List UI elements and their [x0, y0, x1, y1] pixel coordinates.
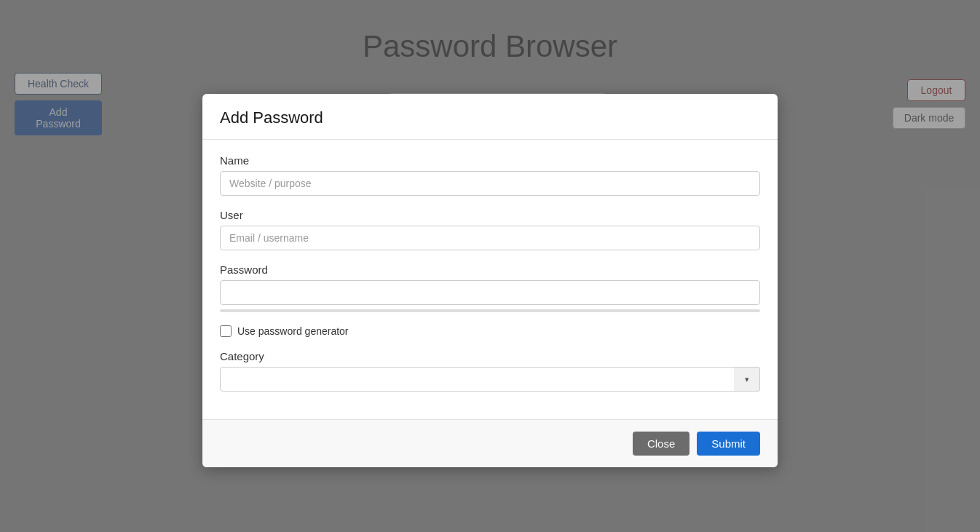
use-generator-row: Use password generator [220, 325, 760, 337]
password-input[interactable] [220, 280, 760, 305]
category-label: Category [220, 350, 760, 362]
user-label: User [220, 209, 760, 221]
user-form-group: User [220, 209, 760, 250]
password-form-group: Password [220, 263, 760, 312]
password-strength-bar [220, 309, 760, 312]
name-label: Name [220, 154, 760, 167]
user-input[interactable] [220, 226, 760, 250]
close-button[interactable]: Close [633, 432, 689, 456]
add-password-modal: Add Password Name User Password [202, 94, 778, 467]
page-background: Password Browser Health Check Add Passwo… [0, 0, 980, 532]
name-form-group: Name [220, 154, 760, 196]
category-select-wrapper: ▾ [220, 367, 760, 392]
modal-overlay: Add Password Name User Password [0, 0, 980, 532]
password-label: Password [220, 263, 760, 276]
category-form-group: Category ▾ [220, 350, 760, 392]
modal-header: Add Password [202, 94, 778, 140]
modal-title: Add Password [220, 108, 760, 127]
modal-footer: Close Submit [202, 419, 778, 467]
use-generator-label[interactable]: Use password generator [237, 325, 349, 337]
use-generator-checkbox[interactable] [220, 325, 232, 337]
name-input[interactable] [220, 171, 760, 196]
submit-button[interactable]: Submit [697, 432, 760, 456]
category-select[interactable] [220, 367, 760, 392]
modal-body: Name User Password Use password [202, 140, 778, 419]
